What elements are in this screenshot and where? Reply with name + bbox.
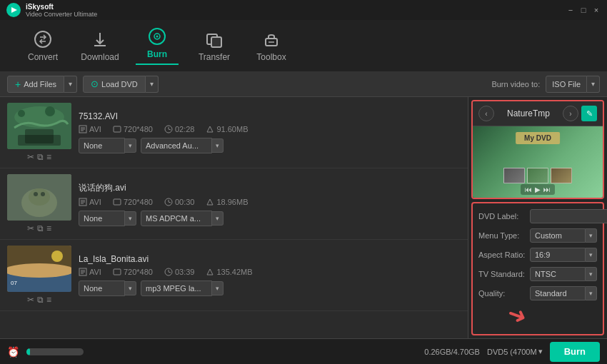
disk-dropdown[interactable]: ▾ xyxy=(538,347,543,356)
svg-point-24 xyxy=(29,188,50,206)
advanced-dropdown-1[interactable]: ▾ xyxy=(212,211,224,226)
list-icon[interactable]: ≡ xyxy=(46,223,51,233)
load-dvd-button[interactable]: ⊙ Load DVD xyxy=(83,76,146,93)
file-name: 75132.AVI xyxy=(79,111,461,121)
file-format: AVI xyxy=(79,125,101,133)
file-meta: AVI 720*480 02:28 91.60MB xyxy=(79,125,461,133)
audio-dropdown[interactable]: ▾ xyxy=(125,138,136,153)
nav-transfer[interactable]: Transfer xyxy=(186,24,243,67)
dvd-label-input[interactable] xyxy=(530,209,607,223)
download-icon xyxy=(90,29,110,49)
add-files-dropdown[interactable]: ▾ xyxy=(64,76,77,93)
dvd-next-ctrl[interactable]: ⏭ xyxy=(543,186,551,193)
list-icon[interactable]: ≡ xyxy=(46,295,51,305)
burn-icon xyxy=(147,26,167,46)
file-settings: None ▾ mp3 MPEG la... ▾ xyxy=(79,280,461,296)
aspect-ratio-value[interactable]: 16:9 xyxy=(530,248,586,262)
dvd-navigation: ‹ NatureTmp › ✎ xyxy=(473,101,603,126)
tv-standard-row: TV Standard: NTSC ▾ xyxy=(478,267,597,281)
aspect-ratio-dropdown[interactable]: ▾ xyxy=(586,248,597,262)
file-format: AVI xyxy=(79,198,101,206)
dvd-prev-ctrl[interactable]: ⏮ xyxy=(525,186,532,193)
file-item-left: 07 ✂ ⧉ ≡ xyxy=(7,246,71,305)
dvd-prev-button[interactable]: ‹ xyxy=(478,106,494,121)
menu-type-value[interactable]: Custom xyxy=(530,228,586,243)
add-files-button[interactable]: + Add Files xyxy=(7,76,64,93)
tv-standard-value[interactable]: NTSC xyxy=(530,267,586,281)
dvd-thumb-1 xyxy=(503,168,525,183)
file-meta: AVI 720*480 00:30 18.96MB xyxy=(79,198,461,206)
svg-rect-7 xyxy=(211,37,221,47)
nav-bar: Convert Download Burn Transfer xyxy=(0,20,607,71)
dvd-thumbnails xyxy=(503,168,572,183)
quality-label: Quality: xyxy=(478,289,530,298)
progress-bar xyxy=(26,348,84,355)
restore-button[interactable]: □ xyxy=(578,5,588,15)
file-name: La_Isla_Bonita.avi xyxy=(79,254,461,264)
file-settings: None ▾ Advanced Au... ▾ xyxy=(79,138,461,153)
file-thumbnail: 07 xyxy=(7,246,71,292)
scissors-icon[interactable]: ✂ xyxy=(27,152,34,162)
menu-type-dropdown[interactable]: ▾ xyxy=(586,228,597,243)
close-button[interactable]: × xyxy=(591,5,601,15)
advanced-select-group: Advanced Au... ▾ xyxy=(141,138,224,153)
file-list: ✂ ⧉ ≡ 75132.AVI AVI 720*480 xyxy=(0,97,468,338)
transfer-icon xyxy=(204,29,224,49)
menu-type-select: Custom ▾ xyxy=(530,228,597,243)
quality-value[interactable]: Standard xyxy=(530,286,586,300)
file-size: 18.96MB xyxy=(206,198,248,206)
file-tools: ✂ ⧉ ≡ xyxy=(27,295,51,305)
burn-video-value[interactable]: ISO File xyxy=(546,76,587,93)
burn-button[interactable]: Burn xyxy=(550,342,600,362)
copy-icon[interactable]: ⧉ xyxy=(37,223,44,233)
burn-video-dropdown[interactable]: ▾ xyxy=(587,76,600,93)
add-files-group: + Add Files ▾ xyxy=(7,76,77,93)
nav-convert[interactable]: Convert xyxy=(14,24,71,67)
window-controls: − □ × xyxy=(566,5,601,15)
dvd-edit-button[interactable]: ✎ xyxy=(581,106,597,121)
file-duration: 02:28 xyxy=(164,125,195,133)
nav-download-label: Download xyxy=(81,52,119,62)
svg-point-25 xyxy=(34,192,38,196)
scissors-icon[interactable]: ✂ xyxy=(27,295,34,305)
dvd-label-row: DVD Label: xyxy=(478,209,597,223)
file-resolution: 720*480 xyxy=(113,268,153,276)
audio-dropdown[interactable]: ▾ xyxy=(125,211,136,226)
advanced-select-group: mp3 MPEG la... ▾ xyxy=(141,280,224,296)
scissors-icon[interactable]: ✂ xyxy=(27,223,34,233)
nav-toolbox[interactable]: Toolbox xyxy=(243,24,300,67)
audio-none-value[interactable]: None xyxy=(79,138,125,153)
dvd-next-button[interactable]: › xyxy=(563,106,578,121)
quality-dropdown[interactable]: ▾ xyxy=(586,286,597,300)
copy-icon[interactable]: ⧉ xyxy=(37,152,44,162)
file-duration: 00:30 xyxy=(164,198,195,206)
minimize-button[interactable]: − xyxy=(566,5,576,15)
svg-rect-18 xyxy=(114,126,121,132)
advanced-value-2[interactable]: mp3 MPEG la... xyxy=(141,280,212,296)
audio-dropdown[interactable]: ▾ xyxy=(125,281,136,295)
nav-download[interactable]: Download xyxy=(71,24,129,67)
advanced-value-1[interactable]: MS ADPCM a... xyxy=(141,211,212,226)
advanced-dropdown-2[interactable]: ▾ xyxy=(212,281,224,295)
audio-none-value[interactable]: None xyxy=(79,211,125,226)
list-icon[interactable]: ≡ xyxy=(46,152,51,162)
dvd-thumb-2 xyxy=(527,168,548,183)
load-dvd-dropdown[interactable]: ▾ xyxy=(146,76,159,93)
copy-icon[interactable]: ⧉ xyxy=(37,295,44,305)
file-info: 说话的狗.avi AVI 720*480 00:30 xyxy=(79,182,461,226)
nav-burn[interactable]: Burn xyxy=(129,24,186,67)
file-resolution: 720*480 xyxy=(113,125,153,133)
dvd-title: NatureTmp xyxy=(507,108,550,118)
file-item-left: ✂ ⧉ ≡ xyxy=(7,103,71,162)
svg-line-34 xyxy=(169,202,171,203)
advanced-value-0[interactable]: Advanced Au... xyxy=(141,138,212,153)
audio-none-value[interactable]: None xyxy=(79,280,125,296)
svg-rect-44 xyxy=(114,269,121,275)
file-item: ✂ ⧉ ≡ 75132.AVI AVI 720*480 xyxy=(0,97,468,168)
status-bar: ⏰ 0.26GB/4.70GB DVD5 (4700M ▾ Burn xyxy=(0,338,607,364)
dvd-icon: ⊙ xyxy=(91,79,99,89)
nav-burn-label: Burn xyxy=(147,49,167,59)
tv-standard-dropdown[interactable]: ▾ xyxy=(586,267,597,281)
dvd-play-ctrl[interactable]: ▶ xyxy=(535,186,541,193)
advanced-dropdown-0[interactable]: ▾ xyxy=(212,138,224,153)
